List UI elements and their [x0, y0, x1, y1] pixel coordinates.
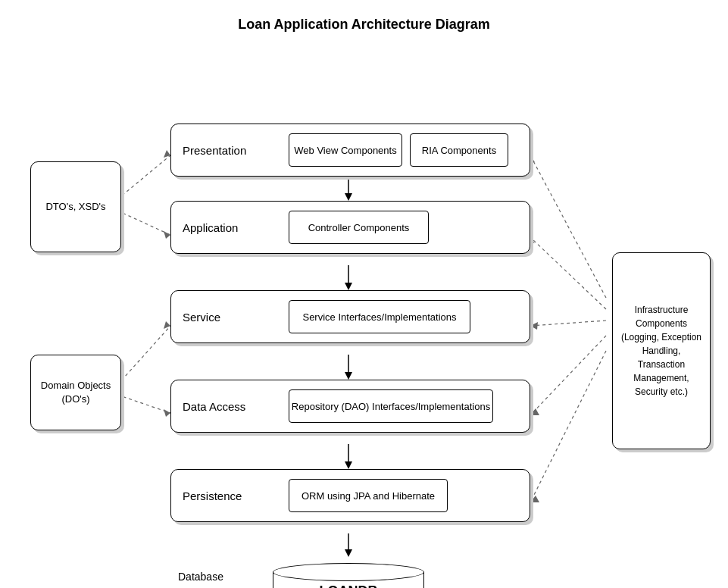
svg-line-24: [530, 336, 606, 415]
svg-marker-25: [530, 408, 539, 415]
svg-marker-7: [345, 461, 352, 469]
svg-line-26: [530, 351, 606, 502]
svg-line-22: [530, 321, 606, 326]
application-layer: Application Controller Components: [170, 201, 530, 254]
web-view-components-box: Web View Components: [289, 133, 402, 167]
svg-line-12: [117, 211, 170, 235]
svg-marker-9: [345, 549, 352, 557]
svg-line-16: [117, 395, 170, 413]
svg-marker-3: [345, 283, 352, 290]
orm-box: ORM using JPA and Hibernate: [289, 479, 448, 512]
db-top-ellipse: [273, 563, 424, 581]
svg-marker-27: [530, 496, 539, 502]
persistence-label: Persistence: [183, 489, 242, 502]
service-label: Service: [183, 311, 220, 324]
presentation-layer: Presentation Web View Components RIA Com…: [170, 124, 530, 177]
repository-box: Repository (DAO) Interfaces/Implementati…: [289, 389, 493, 423]
service-layer: Service Service Interfaces/Implementatio…: [170, 290, 530, 343]
infrastructure-box: Infrastructure Components (Logging, Exce…: [612, 252, 711, 449]
service-interfaces-box: Service Interfaces/Implementations: [289, 300, 470, 333]
svg-marker-5: [345, 372, 352, 380]
data-access-layer: Data Access Repository (DAO) Interfaces/…: [170, 380, 530, 433]
application-label: Application: [183, 221, 238, 234]
svg-marker-13: [164, 231, 170, 239]
controller-components-box: Controller Components: [289, 211, 429, 244]
svg-marker-1: [345, 193, 352, 201]
svg-line-20: [530, 237, 606, 309]
svg-line-18: [530, 155, 606, 298]
db-name: LOANDB: [320, 583, 378, 589]
database-container: LOANDB: [273, 563, 424, 588]
svg-line-10: [117, 155, 170, 199]
persistence-layer: Persistence ORM using JPA and Hibernate: [170, 469, 530, 522]
svg-marker-23: [530, 322, 538, 330]
data-access-label: Data Access: [183, 400, 245, 413]
svg-marker-11: [164, 150, 170, 158]
ria-components-box: RIA Components: [410, 133, 508, 167]
svg-line-14: [117, 326, 170, 385]
page-title: Loan Application Architecture Diagram: [0, 0, 728, 40]
presentation-label: Presentation: [183, 144, 246, 157]
dto-box: DTO's, XSD's: [30, 161, 121, 252]
domain-objects-box: Domain Objects (DO's): [30, 355, 121, 430]
svg-marker-17: [164, 409, 170, 417]
database-label: Database: [178, 571, 223, 583]
svg-marker-15: [164, 321, 170, 329]
